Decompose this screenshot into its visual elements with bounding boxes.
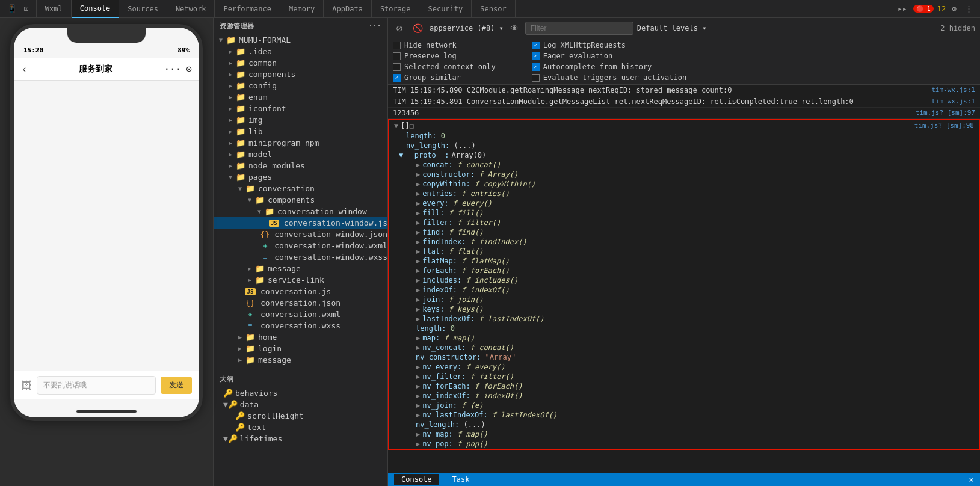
tree-item-conversation-wxml[interactable]: ◈ conversation.wxml (214, 309, 387, 320)
bottom-tab-task[interactable]: Task (445, 474, 477, 485)
tree-item-conv-window-wxss[interactable]: ≡ conversation-window.wxss (214, 251, 387, 263)
log-source-1[interactable]: tim-wx.js:1 (931, 86, 975, 94)
inspect-icon[interactable]: ⊡ (22, 3, 31, 14)
tree-item-components[interactable]: ▶ 📁 components (214, 69, 387, 80)
tab-icons-right: ▸▸ 🔴 1 12 ⚙ ⋮ (890, 3, 980, 14)
tree-item-img[interactable]: ▶ 📁 img (214, 114, 387, 126)
tree-item-login[interactable]: ▶ 📁 login (214, 343, 387, 354)
tree-label-conv-window: conversation-window (277, 207, 367, 216)
tree-item-service-link[interactable]: ▶ 📁 service-link (214, 274, 387, 286)
default-levels-selector[interactable]: Default levels ▾ (637, 24, 707, 32)
conv-wxss-icon: ≡ (245, 322, 256, 330)
eye-btn[interactable]: 👁 (507, 22, 522, 35)
stop-recording-btn[interactable]: ⊘ (393, 22, 406, 35)
service-link-arrow-icon: ▶ (245, 277, 254, 283)
tree-item-conv-window[interactable]: ▼ 📁 conversation-window (214, 206, 387, 217)
obj-collapse-icon[interactable]: ▼ (394, 122, 398, 130)
more-tabs-icon[interactable]: ▸▸ (895, 3, 910, 14)
tree-root[interactable]: ▼ 📁 MUMU-FORMAL (214, 34, 387, 46)
mobile-send-button[interactable]: 发送 (161, 377, 192, 394)
bottom-close-icon[interactable]: ✕ (969, 475, 974, 484)
selected-context-checkbox[interactable] (393, 63, 401, 71)
eager-eval-checkbox[interactable] (532, 52, 540, 60)
filter-input[interactable] (525, 22, 633, 35)
mobile-battery: 89% (177, 46, 190, 54)
outline-item-text[interactable]: 🔑 text (214, 422, 387, 433)
preserve-log-checkbox[interactable] (393, 52, 401, 60)
tree-item-miniprogram-npm[interactable]: ▶ 📁 miniprogram_npm (214, 137, 387, 149)
outline-item-behaviors[interactable]: 🔑 behaviors (214, 387, 387, 399)
tree-item-model[interactable]: ▶ 📁 model (214, 149, 387, 160)
tree-item-home[interactable]: ▶ 📁 home (214, 331, 387, 343)
log-xml-checkbox[interactable] (532, 42, 540, 49)
conversation-folder-icon: 📁 (245, 184, 256, 193)
tree-label-conversation-wxss: conversation.wxss (260, 321, 341, 330)
autocomplete-checkbox[interactable] (532, 63, 540, 71)
idea-arrow-icon: ▶ (226, 48, 235, 55)
tab-storage[interactable]: Storage (372, 0, 420, 18)
settings-icon[interactable]: ⚙ (949, 3, 959, 14)
tree-item-pages[interactable]: ▼ 📁 pages (214, 171, 387, 183)
group-similar-checkbox[interactable] (393, 74, 401, 82)
more-options-icon[interactable]: ⋮ (963, 3, 975, 14)
proto-group[interactable]: ▼ __proto__: Array(0) (389, 150, 979, 160)
tree-item-conversation[interactable]: ▼ 📁 conversation (214, 183, 387, 194)
mobile-input-bar: 🖼 不要乱说话哦 发送 (14, 371, 199, 399)
tree-item-idea[interactable]: ▶ 📁 .idea (214, 46, 387, 57)
obj-findindex: ▶findIndex: f findIndex() (389, 237, 979, 247)
tree-item-conv-window-js[interactable]: JS conversation-window.js (214, 217, 387, 229)
outline-item-lifetimes[interactable]: ▼ 🔑 lifetimes (214, 433, 387, 444)
obj-copy-icon[interactable]: □ (410, 122, 414, 130)
tab-performance[interactable]: Performance (215, 0, 280, 18)
obj-nv-join: ▶nv_join: f (e) (389, 401, 979, 410)
tree-item-message[interactable]: ▶ 📁 message (214, 263, 387, 274)
tree-item-message2[interactable]: ▶ 📁 message (214, 354, 387, 366)
tree-item-conversation-json[interactable]: {} conversation.json (214, 297, 387, 309)
context-selector[interactable]: appservice (#8) ▾ (430, 24, 504, 32)
clear-console-btn[interactable]: 🚫 (410, 22, 426, 35)
tree-item-conv-components[interactable]: ▼ 📁 components (214, 194, 387, 206)
tab-sensor[interactable]: Sensor (472, 0, 515, 18)
eval-triggers-checkbox[interactable] (532, 74, 540, 82)
error-badge: 🔴 1 (913, 5, 934, 13)
bottom-tab-console[interactable]: Console (394, 474, 439, 485)
log-source-3[interactable]: tim.js? [sm]:97 (916, 109, 975, 117)
hide-network-checkbox[interactable] (393, 42, 401, 49)
tree-item-config[interactable]: ▶ 📁 config (214, 80, 387, 91)
tree-item-conversation-wxss[interactable]: ≡ conversation.wxss (214, 320, 387, 331)
tree-item-enum[interactable]: ▶ 📁 enum (214, 91, 387, 103)
outline-item-data[interactable]: ▼ 🔑 data (214, 399, 387, 410)
mobile-notch (67, 28, 146, 43)
obj-source[interactable]: tim.js? [sm]:98 (914, 122, 974, 129)
mobile-back-icon[interactable]: ‹ (21, 63, 28, 75)
outline-label-lifetimes: lifetimes (240, 434, 282, 443)
tree-item-conv-window-wxml[interactable]: ◈ conversation-window.wxml (214, 240, 387, 251)
option-preserve-log: Preserve log (393, 52, 496, 60)
mobile-more-icon[interactable]: ··· (164, 63, 181, 75)
file-tree-header: 资源管理器 ··· (214, 18, 387, 34)
tree-item-node-modules[interactable]: ▶ 📁 node_modules (214, 160, 387, 171)
tree-item-conversation-js[interactable]: JS conversation.js (214, 286, 387, 297)
mobile-dot-icon[interactable]: ⊙ (186, 63, 192, 75)
mobile-input-field[interactable]: 不要乱说话哦 (37, 376, 156, 395)
tab-appdata[interactable]: AppData (324, 0, 372, 18)
obj-prop-nv-length: nv_length: (...) (389, 141, 979, 150)
tab-wxml[interactable]: Wxml (37, 0, 72, 18)
obj-constructor: ▶constructor: f Array() (389, 170, 979, 179)
log-source-2[interactable]: tim-wx.js:1 (931, 97, 975, 105)
device-icon[interactable]: 📱 (5, 3, 19, 14)
tree-item-common[interactable]: ▶ 📁 common (214, 57, 387, 69)
tab-console[interactable]: Console (72, 0, 120, 18)
mobile-image-icon[interactable]: 🖼 (21, 379, 32, 392)
tab-sources[interactable]: Sources (119, 0, 167, 18)
mobile-bottom-bar (76, 410, 137, 413)
tree-item-conv-window-json[interactable]: {} conversation-window.json (214, 229, 387, 240)
tab-security[interactable]: Security (419, 0, 472, 18)
tab-network[interactable]: Network (167, 0, 215, 18)
tree-item-lib[interactable]: ▶ 📁 lib (214, 126, 387, 137)
tree-item-iconfont[interactable]: ▶ 📁 iconfont (214, 103, 387, 114)
tab-memory[interactable]: Memory (280, 0, 324, 18)
file-tree-more-icon[interactable]: ··· (369, 22, 381, 30)
obj-includes: ▶includes: f includes() (389, 275, 979, 285)
outline-item-scrollheight[interactable]: 🔑 scrollHeight (214, 410, 387, 422)
